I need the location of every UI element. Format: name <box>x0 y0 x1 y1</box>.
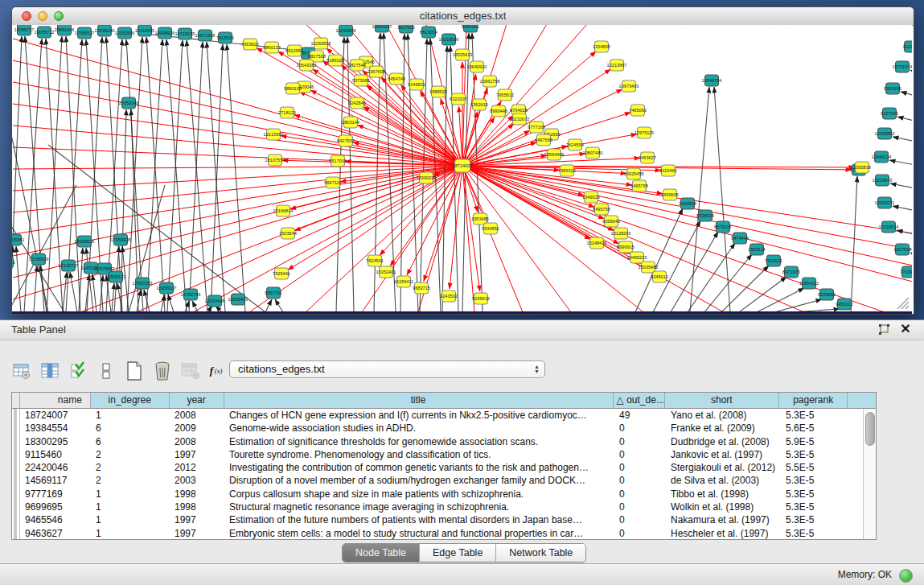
resize-grip[interactable] <box>897 298 909 309</box>
table-row[interactable]: 977716911998Corpus callosum shape and si… <box>12 488 876 501</box>
graph-node[interactable]: 16033809 <box>336 25 356 36</box>
graph-node[interactable]: 3315912 <box>12 257 15 268</box>
network-canvas[interactable]: 1405571716055712208914061708553715538260… <box>12 25 912 314</box>
cell-pagerank[interactable]: 5.3E-5 <box>781 448 849 461</box>
graph-node[interactable]: 9242848 <box>348 97 366 109</box>
delete-columns-icon[interactable] <box>152 360 173 381</box>
graph-node[interactable]: 10025458 <box>624 168 644 179</box>
column-header-short[interactable]: short <box>665 393 780 408</box>
graph-node[interactable]: 7663822 <box>241 39 259 50</box>
graph-node[interactable]: 3624554 <box>566 139 584 150</box>
column-header-out[interactable]: △ out_de… <box>614 393 665 408</box>
table-row[interactable]: 946554611997Estimation of the future num… <box>12 513 876 526</box>
cell-in_degree[interactable]: 6 <box>91 422 170 435</box>
column-header-in_degree[interactable]: in_degree <box>91 393 170 408</box>
graph-node[interactable]: 7986322 <box>558 165 576 176</box>
select-columns-icon[interactable] <box>39 360 60 381</box>
cell-pagerank[interactable]: 5.3E-5 <box>781 513 849 526</box>
column-header-year[interactable]: year <box>170 393 224 408</box>
graph-node[interactable]: 10807480 <box>583 147 603 159</box>
graph-node[interactable]: 16210072 <box>510 113 530 125</box>
cell-out[interactable]: 49 <box>614 409 666 422</box>
graph-node[interactable]: 7624541 <box>366 255 384 266</box>
cell-year[interactable]: 1997 <box>170 513 224 526</box>
graph-node[interactable]: 12213967 <box>607 60 627 71</box>
graph-node[interactable]: 8427552 <box>337 135 355 146</box>
cell-year[interactable]: 2003 <box>170 474 224 487</box>
tab-node-table[interactable]: Node Table <box>343 544 420 562</box>
graph-node[interactable]: 10543382 <box>297 60 317 71</box>
graph-node[interactable]: 17085537 <box>75 27 95 39</box>
cell-short[interactable]: Franke et al. (2009) <box>666 422 781 435</box>
tab-network-table[interactable]: Network Table <box>496 544 585 562</box>
graph-node[interactable]: 7710345 <box>900 266 912 278</box>
cell-pagerank[interactable]: 5.3E-5 <box>781 474 849 487</box>
table-row[interactable]: 911546021997Tourette syndrome. Phenomeno… <box>12 448 876 461</box>
graph-node[interactable]: 9474444 <box>731 233 749 244</box>
graph-node[interactable]: 8990448 <box>490 105 507 117</box>
cell-pagerank[interactable]: 5.3E-5 <box>781 488 849 501</box>
cell-year[interactable]: 1998 <box>170 501 224 513</box>
graph-node[interactable]: 2935114 <box>748 244 765 255</box>
graph-node[interactable]: 7485063 <box>629 105 647 116</box>
cell-name[interactable]: 9777169 <box>20 488 91 501</box>
window-titlebar[interactable]: citations_edges.txt <box>12 7 914 26</box>
graph-node[interactable]: 2718120 <box>278 107 296 118</box>
graph-node[interactable]: 8667110 <box>324 177 341 188</box>
table-settings-icon[interactable] <box>11 360 32 381</box>
cell-in_degree[interactable]: 2 <box>91 448 170 461</box>
graph-node[interactable]: 8495758 <box>593 204 610 215</box>
graph-node[interactable]: 10719155 <box>175 28 195 39</box>
table-row[interactable]: 1872400712008Changes of HCN gene express… <box>12 409 876 422</box>
cell-in_degree[interactable]: 1 <box>91 488 170 501</box>
graph-node[interactable]: 15248415 <box>587 237 607 249</box>
cell-in_degree[interactable]: 2 <box>91 474 170 487</box>
cell-pagerank[interactable]: 5.9E-5 <box>781 435 849 448</box>
cell-out[interactable]: 0 <box>614 448 666 461</box>
graph-node[interactable]: 1362615 <box>470 99 488 110</box>
graph-node[interactable]: 15751074 <box>893 61 912 72</box>
cell-in_degree[interactable]: 6 <box>91 435 170 448</box>
graph-node[interactable]: 14671358 <box>195 30 216 41</box>
graph-node[interactable]: 12444134 <box>872 151 892 163</box>
graph-node[interactable]: 10654112 <box>799 278 819 289</box>
cell-short[interactable]: Hescheler et al. (1997) <box>666 527 781 540</box>
graph-node[interactable]: 16352401 <box>376 266 396 278</box>
graph-node[interactable]: 6497568 <box>535 134 552 146</box>
cell-in_degree[interactable]: 1 <box>91 409 170 422</box>
graph-node[interactable]: 19218596 <box>439 34 459 45</box>
graph-node[interactable]: 20206526 <box>75 236 95 247</box>
cell-in_degree[interactable]: 1 <box>91 501 170 513</box>
cell-name[interactable]: 14569117 <box>20 474 91 487</box>
cell-short[interactable]: Jankovic et al. (1997) <box>666 448 781 461</box>
graph-node[interactable]: 9375685 <box>352 75 370 86</box>
graph-node[interactable]: 9890105 <box>284 83 302 94</box>
graph-node[interactable]: 1154808 <box>593 41 610 52</box>
graph-node[interactable]: 8466161 <box>462 25 479 32</box>
tab-edge-table[interactable]: Edge Table <box>420 544 496 562</box>
graph-node[interactable]: 9245632 <box>472 293 490 304</box>
graph-node[interactable]: 9517004 <box>329 155 347 167</box>
graph-node[interactable]: 7625441 <box>273 268 290 279</box>
cell-pagerank[interactable]: 5.3E-5 <box>781 527 849 540</box>
cell-out[interactable]: 0 <box>614 527 666 540</box>
graph-node[interactable]: 1503544 <box>279 228 297 239</box>
graph-node[interactable]: 9827544 <box>348 60 366 71</box>
graph-node[interactable]: 15166814 <box>273 205 294 216</box>
function-builder-icon[interactable]: f(x) <box>208 360 229 381</box>
delete-table-disabled-icon[interactable] <box>180 360 201 381</box>
cell-in_degree[interactable]: 2 <box>91 461 170 474</box>
cell-out[interactable]: 0 <box>614 461 666 474</box>
graph-node[interactable]: 12156829 <box>29 253 49 265</box>
graph-node[interactable]: 20891406 <box>55 25 75 35</box>
cell-out[interactable]: 0 <box>614 501 666 513</box>
graph-node[interactable]: 6879197 <box>714 221 732 233</box>
graph-node[interactable]: 1595838 <box>853 162 871 173</box>
graph-node[interactable]: 1527602 <box>397 25 415 33</box>
graph-node[interactable]: 12093852 <box>875 128 895 139</box>
cell-title[interactable]: Embryonic stem cells: a model to study s… <box>224 527 614 540</box>
graph-node[interactable]: 10925403 <box>228 294 248 305</box>
table-row[interactable]: 969969511998Structural magnetic resonanc… <box>12 501 876 513</box>
graph-node[interactable]: 9857791 <box>265 287 282 299</box>
graph-node[interactable]: 9450122 <box>836 299 853 310</box>
